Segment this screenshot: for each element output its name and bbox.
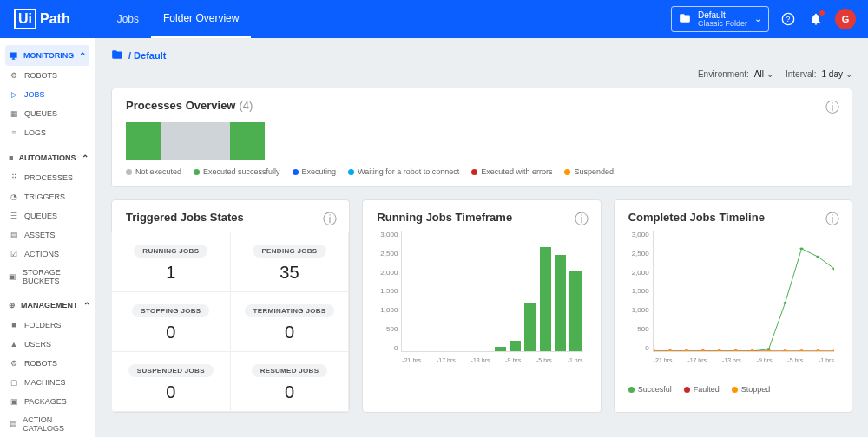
play-icon: ▷	[9, 89, 19, 100]
queue-icon: ☰	[9, 211, 19, 221]
main-content: / Default Environment:All ⌄ Interval:1 d…	[95, 38, 868, 437]
svg-point-35	[799, 350, 803, 351]
sidebar-item-mrobots[interactable]: ⚙ROBOTS	[5, 354, 89, 373]
sidebar-item-assets[interactable]: ▤ASSETS	[5, 225, 89, 245]
nav-jobs[interactable]: Jobs	[105, 0, 151, 38]
package-icon: ▣	[9, 396, 19, 407]
bar-chart: 3,0002,5002,0001,5001,0005000 -21 hrs-17…	[380, 231, 582, 369]
proc-seg	[230, 122, 265, 160]
svg-text:?: ?	[786, 15, 791, 23]
robot-icon: ⚙	[9, 70, 19, 81]
sidebar-item-users[interactable]: ▲USERS	[5, 335, 89, 354]
svg-point-27	[668, 350, 672, 351]
folder-selector[interactable]: DefaultClassic Folder ⌄	[671, 6, 769, 33]
chevron-up-icon: ⌃	[83, 301, 90, 310]
card-title: Processes Overview (4)	[126, 99, 838, 112]
stat-pending: PENDING JOBS35	[230, 232, 350, 292]
trigger-icon: ◔	[9, 192, 19, 202]
stat-suspended: SUSPENDED JOBS0	[111, 351, 231, 412]
asset-icon: ▤	[9, 230, 19, 240]
svg-point-34	[783, 350, 786, 351]
sidebar-item-triggers[interactable]: ◔TRIGGERS	[5, 187, 89, 206]
action-icon: ☑	[9, 249, 19, 259]
globe-icon: ⊕	[9, 300, 16, 310]
nav-folder-overview[interactable]: Folder Overview	[151, 0, 251, 38]
card-title: Triggered Jobs States	[126, 211, 335, 224]
sidebar-item-queues2[interactable]: ☰QUEUES	[5, 206, 89, 225]
chevron-up-icon: ⌃	[82, 153, 89, 163]
info-icon[interactable]: ⓘ	[323, 211, 337, 229]
chevron-down-icon: ⌄	[766, 69, 773, 79]
sidebar-item-catalogs[interactable]: ▤ACTION CATALOGS	[5, 411, 89, 437]
breadcrumb[interactable]: / Default	[111, 49, 852, 62]
info-icon[interactable]: ⓘ	[575, 211, 589, 229]
folder-icon	[679, 12, 691, 26]
process-icon: ⠿	[9, 173, 19, 183]
svg-point-37	[832, 350, 834, 351]
sidebar-item-storage[interactable]: ▣STORAGE BUCKETS	[5, 264, 89, 290]
svg-point-29	[700, 350, 704, 351]
proc-seg	[195, 122, 230, 160]
svg-point-33	[766, 350, 770, 351]
svg-point-11	[799, 247, 803, 250]
svg-point-10	[783, 302, 786, 304]
processes-bar	[126, 122, 265, 160]
sidebar-item-logs[interactable]: ≡LOGS	[5, 123, 89, 142]
svg-point-12	[816, 256, 819, 258]
filter-bar: Environment:All ⌄ Interval:1 day ⌄	[111, 69, 852, 79]
svg-point-26	[654, 350, 655, 351]
sidebar-item-processes[interactable]: ⠿PROCESSES	[5, 168, 89, 187]
robot-icon: ⚙	[9, 358, 19, 369]
sidebar: MONITORING⌃ ⚙ROBOTS ▷JOBS ▦QUEUES ≡LOGS …	[0, 38, 95, 437]
stat-resumed: RESUMED JOBS0	[230, 351, 350, 412]
storage-icon: ▣	[9, 271, 17, 282]
chevron-up-icon: ⌃	[79, 51, 86, 61]
processes-legend: Not executed Executed successfully Execu…	[126, 167, 838, 176]
card-triggered-jobs: Triggered Jobs States ⓘ RUNNING JOBS1 PE…	[111, 199, 350, 413]
folder-icon	[111, 49, 123, 62]
machine-icon: ▢	[9, 377, 19, 388]
topbar: UiPath Jobs Folder Overview DefaultClass…	[0, 0, 868, 38]
info-icon[interactable]: ⓘ	[825, 211, 839, 229]
sidebar-item-queues[interactable]: ▦QUEUES	[5, 104, 89, 123]
sidebar-item-robots[interactable]: ⚙ROBOTS	[5, 66, 89, 85]
avatar[interactable]: G	[835, 9, 856, 29]
sidebar-group-monitoring[interactable]: MONITORING⌃	[5, 45, 89, 66]
bell-icon[interactable]	[807, 10, 825, 28]
line-chart: 3,0002,5002,0001,5001,0005000 -21 hrs-17…	[632, 231, 834, 369]
folder-icon: ■	[9, 320, 19, 330]
stat-terminating: TERMINATING JOBS0	[230, 291, 350, 352]
filter-interval[interactable]: Interval:1 day ⌄	[786, 69, 852, 79]
timeline-legend: Succesful Faulted Stopped	[628, 385, 838, 394]
chevron-down-icon: ⌄	[754, 14, 761, 23]
svg-point-31	[733, 350, 737, 351]
info-icon[interactable]: ⓘ	[825, 99, 839, 117]
card-completed-timeline: Completed Jobs Timeline ⓘ 3,0002,5002,00…	[614, 199, 852, 413]
sidebar-group-management[interactable]: ⊕ MANAGEMENT⌃	[5, 295, 89, 316]
monitor-icon	[9, 50, 18, 61]
queue-icon: ▦	[9, 108, 19, 119]
svg-point-28	[684, 350, 687, 351]
sidebar-item-packages[interactable]: ▣PACKAGES	[5, 392, 89, 411]
folder-icon: ■	[9, 153, 13, 163]
sidebar-item-jobs[interactable]: ▷JOBS	[5, 85, 89, 104]
card-title: Running Jobs Timeframe	[377, 211, 586, 224]
chevron-down-icon: ⌄	[845, 69, 852, 79]
proc-seg	[126, 122, 161, 160]
svg-point-32	[750, 350, 753, 351]
logs-icon: ≡	[9, 127, 19, 138]
svg-point-36	[816, 350, 819, 351]
user-icon: ▲	[9, 339, 19, 349]
top-nav: Jobs Folder Overview	[105, 0, 252, 38]
help-icon[interactable]: ?	[779, 10, 797, 28]
logo[interactable]: UiPath	[14, 9, 70, 29]
proc-seg	[161, 122, 195, 160]
sidebar-item-actions[interactable]: ☑ACTIONS	[5, 245, 89, 264]
stat-stopping: STOPPING JOBS0	[111, 291, 231, 352]
stat-running: RUNNING JOBS1	[111, 232, 231, 292]
sidebar-group-automations[interactable]: ■ AUTOMATIONS⌃	[5, 147, 89, 168]
sidebar-item-folders[interactable]: ■FOLDERS	[5, 316, 89, 335]
sidebar-item-machines[interactable]: ▢MACHINES	[5, 373, 89, 392]
catalog-icon: ▤	[9, 419, 17, 429]
filter-environment[interactable]: Environment:All ⌄	[698, 69, 773, 79]
